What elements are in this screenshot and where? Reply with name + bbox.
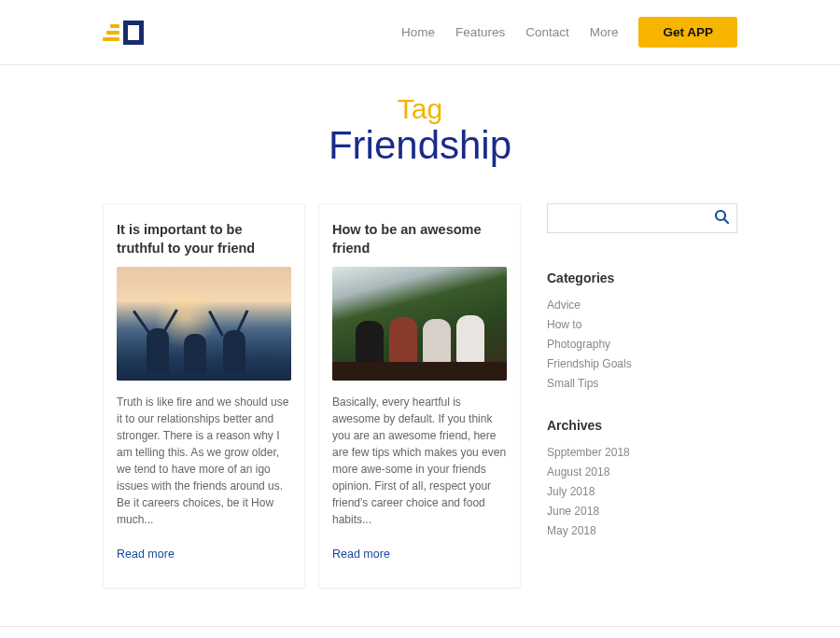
list-item: July 2018: [547, 485, 737, 498]
list-item: How to: [547, 318, 737, 331]
post-thumbnail[interactable]: [117, 267, 291, 381]
category-link[interactable]: Small Tips: [547, 377, 598, 390]
page-title: Friendship: [0, 123, 840, 168]
logo[interactable]: [103, 21, 144, 45]
sidebar: Categories Advice How to Photography Fri…: [547, 203, 737, 565]
footer: © Dosth APP, 2015 FAQs Press Kit Privacy…: [0, 626, 840, 638]
category-link[interactable]: Advice: [547, 298, 581, 312]
post-card: It is important to be truthful to your f…: [103, 203, 305, 589]
hero-tag-label: Tag: [0, 93, 840, 125]
nav-more[interactable]: More: [590, 25, 619, 39]
archive-link[interactable]: Spptember 2018: [547, 446, 630, 459]
logo-square-icon: [123, 21, 144, 45]
list-item: May 2018: [547, 524, 737, 537]
post-card: How to be an awesome friend Basically, e…: [318, 203, 521, 589]
get-app-button[interactable]: Get APP: [638, 17, 737, 48]
list-item: June 2018: [547, 505, 737, 518]
search-input[interactable]: [555, 212, 714, 226]
archive-link[interactable]: May 2018: [547, 524, 596, 537]
nav-home[interactable]: Home: [401, 25, 435, 39]
archives-title: Archives: [547, 418, 737, 433]
category-link[interactable]: How to: [547, 318, 581, 331]
search-icon[interactable]: [714, 209, 729, 228]
nav-contact[interactable]: Contact: [525, 25, 569, 39]
logo-lines-icon: [103, 24, 119, 41]
post-title[interactable]: How to be an awesome friend: [332, 221, 507, 257]
read-more-link[interactable]: Read more: [117, 548, 175, 561]
archives-list: Spptember 2018 August 2018 July 2018 Jun…: [547, 446, 737, 537]
svg-line-1: [724, 219, 728, 223]
list-item: Friendship Goals: [547, 357, 737, 370]
list-item: Photography: [547, 338, 737, 351]
archive-link[interactable]: July 2018: [547, 485, 595, 498]
list-item: August 2018: [547, 465, 737, 478]
main-content: It is important to be truthful to your f…: [103, 203, 737, 589]
archive-link[interactable]: June 2018: [547, 505, 599, 518]
post-excerpt: Basically, every heartful is awesome by …: [332, 394, 507, 528]
category-link[interactable]: Friendship Goals: [547, 357, 632, 370]
card-grid: It is important to be truthful to your f…: [103, 203, 521, 589]
category-link[interactable]: Photography: [547, 338, 610, 351]
header: Home Features Contact More Get APP: [0, 0, 840, 65]
post-title[interactable]: It is important to be truthful to your f…: [117, 221, 291, 257]
list-item: Advice: [547, 298, 737, 312]
hero: Tag Friendship: [0, 65, 840, 187]
categories-title: Categories: [547, 270, 737, 285]
post-excerpt: Truth is like fire and we should use it …: [117, 394, 291, 528]
list-item: Small Tips: [547, 377, 737, 390]
categories-list: Advice How to Photography Friendship Goa…: [547, 298, 737, 390]
nav-features[interactable]: Features: [455, 25, 505, 39]
search-box[interactable]: [547, 203, 737, 233]
archive-link[interactable]: August 2018: [547, 465, 609, 478]
read-more-link[interactable]: Read more: [332, 548, 390, 561]
categories-block: Categories Advice How to Photography Fri…: [547, 270, 737, 390]
archives-block: Archives Spptember 2018 August 2018 July…: [547, 418, 737, 537]
list-item: Spptember 2018: [547, 446, 737, 459]
main-nav: Home Features Contact More Get APP: [401, 17, 737, 48]
post-thumbnail[interactable]: [332, 267, 507, 381]
